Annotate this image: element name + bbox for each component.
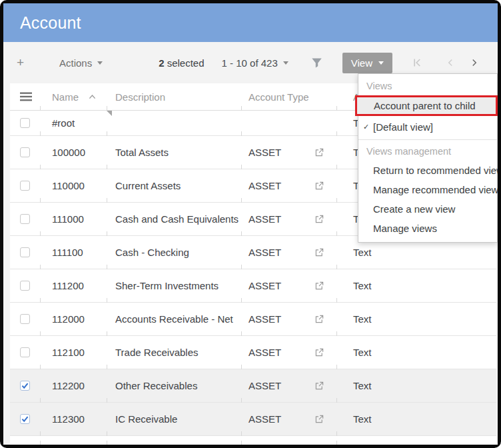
menu-item-label: [Default view] (373, 121, 433, 133)
cell-description: Current Assets (115, 180, 181, 191)
cell-description: Sher-Term Investments (115, 280, 219, 291)
cell-text: Text (353, 313, 372, 325)
cell-account-type: ASSET (249, 313, 281, 325)
cell-text: Text (353, 280, 372, 291)
add-button[interactable]: + (17, 55, 30, 70)
actions-dropdown-button[interactable]: Actions (59, 57, 103, 69)
menu-item[interactable]: Account parent to child (355, 95, 498, 116)
row-checkbox[interactable] (20, 118, 30, 128)
col-header-account-type[interactable]: Account Type (241, 83, 336, 110)
menu-item[interactable]: Manage recommended views (358, 180, 497, 199)
cell-account-type: ASSET (249, 280, 281, 291)
menu-section-header: Views management (358, 141, 497, 161)
cell-text: Text (353, 380, 372, 391)
menu-item[interactable]: Manage views (358, 219, 497, 238)
cell-account-type: ASSET (249, 147, 281, 158)
external-link-icon[interactable] (314, 148, 324, 157)
row-checkbox[interactable] (20, 281, 30, 291)
cell-description: Cash - Checking (115, 247, 189, 258)
table-row[interactable]: 112100 Trade Receivables ASSET Text (10, 336, 496, 369)
funnel-icon (311, 57, 322, 69)
external-link-icon[interactable] (314, 215, 324, 224)
table-row[interactable]: 112200 Other Receivables ASSET Text (10, 369, 496, 403)
table-row[interactable]: 111200 Sher-Term Investments ASSET Text (10, 269, 496, 303)
row-checkbox[interactable] (20, 147, 30, 157)
cell-description: Accounts Receivable - Net (115, 313, 233, 325)
first-page-button[interactable] (410, 57, 424, 69)
menu-divider (358, 139, 497, 140)
table-row[interactable]: 112300 IC Receivable ASSET Text (10, 403, 496, 436)
table-row[interactable]: 112000 Accounts Receivable - Net ASSET T… (10, 303, 496, 336)
row-checkbox[interactable] (20, 181, 30, 191)
cell-description: Total Assets (115, 147, 169, 158)
row-checkbox[interactable] (20, 247, 30, 257)
filter-button[interactable] (311, 57, 322, 69)
external-link-icon[interactable] (314, 281, 324, 291)
cell-text: Text (353, 347, 372, 358)
cell-name: 112100 (52, 347, 85, 358)
screenshot-frame: Account + Actions 2 selected 1 - 10 of 4… (0, 0, 501, 448)
cell-name: 112000 (52, 313, 85, 325)
chevron-down-icon (283, 61, 288, 65)
table-menu-button[interactable] (10, 83, 40, 110)
cell-description: Trade Receivables (115, 347, 199, 358)
external-link-icon[interactable] (314, 181, 324, 191)
cell-description: IC Receivable (115, 413, 177, 425)
cell-name: 111000 (52, 213, 84, 225)
col-header-name[interactable]: Name (40, 83, 107, 110)
cell-description: Other Receivables (115, 380, 197, 391)
external-link-icon[interactable] (314, 248, 324, 257)
cell-account-type: ASSET (249, 413, 281, 425)
cell-account-type: ASSET (249, 213, 281, 225)
col-header-account-type-label: Account Type (249, 91, 309, 103)
cell-name: 110000 (52, 180, 85, 191)
col-header-description[interactable]: Description (107, 83, 241, 110)
menu-item[interactable]: Return to recommended view (358, 161, 497, 180)
cell-account-type: ASSET (249, 247, 281, 258)
menu-item-label: Manage views (373, 223, 437, 234)
cell-text: Text (353, 247, 372, 258)
cell-description: Cash and Cash Equivalents (115, 213, 239, 225)
sort-ascending-icon (89, 94, 96, 99)
checkmark-icon (21, 381, 29, 390)
row-checkbox[interactable] (20, 414, 30, 424)
pagination-range-label: 1 - 10 of 423 (222, 57, 278, 69)
external-link-icon[interactable] (314, 381, 324, 391)
cell-corner-marker (107, 111, 112, 116)
title-bar: Account (3, 3, 498, 42)
row-checkbox[interactable] (20, 214, 30, 224)
menu-item-label: Create a new view (373, 203, 455, 215)
external-link-icon[interactable] (314, 315, 324, 324)
row-checkbox[interactable] (20, 314, 30, 324)
selected-count: 2 selected (159, 57, 204, 69)
next-page-button[interactable] (467, 57, 482, 68)
cell-text: Text (353, 413, 372, 425)
external-link-icon[interactable] (314, 348, 324, 357)
checkmark-icon (21, 415, 29, 423)
hamburger-icon (20, 92, 32, 101)
chevron-down-icon (97, 61, 103, 65)
pagination-range-dropdown[interactable]: 1 - 10 of 423 (222, 57, 288, 69)
cell-name: 111100 (52, 247, 83, 258)
selected-count-suffix: selected (164, 57, 204, 69)
external-link-icon[interactable] (314, 415, 324, 424)
cell-account-type: ASSET (249, 347, 281, 358)
cell-name: #root (52, 117, 75, 129)
chevron-down-icon (378, 61, 384, 65)
view-dropdown-button[interactable]: View (342, 53, 392, 73)
row-checkbox[interactable] (20, 347, 30, 357)
menu-item[interactable]: Create a new view (358, 199, 497, 219)
menu-item-label: Account parent to child (374, 100, 476, 111)
menu-section-header: Views (358, 76, 497, 95)
actions-label: Actions (59, 57, 92, 69)
table-row-partial (10, 436, 496, 445)
col-header-description-label: Description (115, 91, 165, 103)
row-checkbox[interactable] (20, 381, 30, 391)
app-window: Account + Actions 2 selected 1 - 10 of 4… (3, 3, 498, 445)
previous-page-button[interactable] (443, 57, 458, 68)
cell-account-type: ASSET (249, 180, 281, 191)
menu-item[interactable]: [Default view] (358, 117, 497, 137)
view-button-label: View (351, 57, 372, 69)
chevron-left-icon (445, 57, 456, 68)
cell-name: 111200 (52, 280, 84, 291)
